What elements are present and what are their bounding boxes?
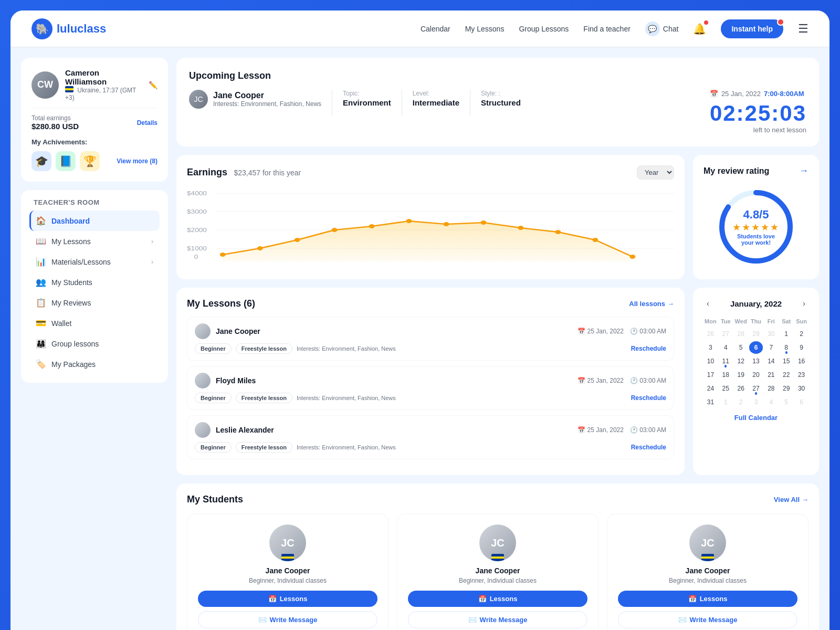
cal-day-dot[interactable]: 8 <box>779 341 793 354</box>
student-card-type: Beginner, Individual classes <box>408 577 587 584</box>
year-selector[interactable]: Year 2022 2021 <box>637 165 674 180</box>
cal-day[interactable]: 30 <box>764 328 778 340</box>
cal-day[interactable]: 2 <box>794 328 808 340</box>
cal-day[interactable]: 29 <box>779 382 793 395</box>
svg-point-9 <box>220 253 226 257</box>
profile-name: Cameron Williamson <box>65 68 142 86</box>
sidebar-item-wallet[interactable]: 💳 Wallet <box>29 313 160 333</box>
cal-day[interactable]: 31 <box>704 396 718 408</box>
hamburger-menu[interactable]: ☰ <box>798 22 808 36</box>
sidebar-item-dashboard[interactable]: 🏠 Dashboard <box>29 211 160 231</box>
cal-day[interactable]: 13 <box>749 355 763 368</box>
lesson-row: Jane Cooper 📅 25 Jan, 2022 🕐 03:00 AM Be… <box>187 317 674 361</box>
cal-day[interactable]: 4 <box>764 396 778 408</box>
cal-day[interactable]: 28 <box>734 328 748 340</box>
edit-profile-icon[interactable]: ✏️ <box>149 81 158 89</box>
cal-day[interactable]: 10 <box>704 355 718 368</box>
all-lessons-link[interactable]: All lessons → <box>629 300 674 308</box>
cal-day[interactable]: 9 <box>794 341 808 354</box>
cal-day[interactable]: 14 <box>764 355 778 368</box>
cal-day[interactable]: 1 <box>779 328 793 340</box>
cal-day[interactable]: 7 <box>764 341 778 354</box>
notification-bell[interactable]: 🔔 <box>693 23 706 35</box>
lesson-row: Leslie Alexander 📅 25 Jan, 2022 🕐 03:00 … <box>187 415 674 459</box>
cal-day-dot[interactable]: 27 <box>749 382 763 395</box>
sidebar-item-my-packages[interactable]: 🏷️ My Packages <box>29 354 160 374</box>
type-tag: Freestyle lesson <box>236 393 292 403</box>
cal-day[interactable]: 27 <box>719 328 733 340</box>
nav-my-lessons[interactable]: My Lessons <box>465 25 505 33</box>
cal-day[interactable]: 12 <box>734 355 748 368</box>
chat-icon: 💬 <box>645 22 660 36</box>
sidebar-item-materials[interactable]: 📊 Materials/Lessons › <box>29 251 160 272</box>
reschedule-button[interactable]: Reschedule <box>631 345 666 352</box>
student-card-type: Beginner, Individual classes <box>198 577 377 584</box>
notification-badge <box>704 20 708 25</box>
cal-day[interactable]: 29 <box>749 328 763 340</box>
nav-group-lessons[interactable]: Group Lessons <box>519 25 569 33</box>
cal-day[interactable]: 22 <box>779 369 793 381</box>
cal-day[interactable]: 15 <box>779 355 793 368</box>
cal-day[interactable]: 18 <box>719 369 733 381</box>
student-avatar-large: JC <box>479 524 516 561</box>
cal-day[interactable]: 3 <box>704 341 718 354</box>
sidebar-item-my-students[interactable]: 👥 My Students <box>29 272 160 292</box>
cal-day[interactable]: 3 <box>749 396 763 408</box>
cal-day[interactable]: 6 <box>794 396 808 408</box>
cal-day[interactable]: 4 <box>719 341 733 354</box>
student-message-button[interactable]: ✉️ Write Message <box>618 611 797 628</box>
sidebar-item-group-lessons[interactable]: 👨‍👩‍👧 Group lessons <box>29 333 160 354</box>
cal-day-dot[interactable]: 11 <box>719 355 733 368</box>
cal-day[interactable]: 2 <box>734 396 748 408</box>
cal-day[interactable]: 5 <box>779 396 793 408</box>
view-more-achievements[interactable]: View more (8) <box>117 158 158 165</box>
nav-calendar[interactable]: Calendar <box>421 25 450 33</box>
cal-day[interactable]: 20 <box>749 369 763 381</box>
cal-day[interactable]: 26 <box>704 328 718 340</box>
cal-day[interactable]: 23 <box>794 369 808 381</box>
student-card: JC Jane Cooper Beginner, Individual clas… <box>187 513 388 630</box>
cal-day-header: Wed <box>734 316 748 327</box>
student-lessons-button[interactable]: 📅 Lessons <box>408 591 587 607</box>
earnings-chart: $4000 $3000 $2000 $1000 0 <box>187 188 674 261</box>
cal-day-active[interactable]: 6 <box>749 341 763 354</box>
cal-day[interactable]: 24 <box>704 382 718 395</box>
student-message-button[interactable]: ✉️ Write Message <box>408 611 587 628</box>
interests-text: Interests: Environment, Fashion, News <box>297 395 396 401</box>
view-all-students-link[interactable]: View All → <box>774 496 808 503</box>
cal-day[interactable]: 26 <box>734 382 748 395</box>
cal-day[interactable]: 25 <box>719 382 733 395</box>
cal-day-header: Sat <box>779 316 793 327</box>
full-calendar-link[interactable]: Full Calendar <box>704 414 808 422</box>
cal-day[interactable]: 28 <box>764 382 778 395</box>
sidebar-item-my-lessons[interactable]: 📖 My Lessons › <box>29 231 160 251</box>
student-message-button[interactable]: ✉️ Write Message <box>198 611 377 628</box>
logo[interactable]: 🐘 luluclass <box>32 18 106 39</box>
profile-card: CW Cameron Williamson Ukraine, 17:37 (GM… <box>21 58 168 182</box>
sidebar-item-my-reviews-label: My Reviews <box>51 299 91 307</box>
cal-day[interactable]: 17 <box>704 369 718 381</box>
details-link[interactable]: Details <box>137 119 158 127</box>
svg-point-10 <box>257 246 263 250</box>
reschedule-button[interactable]: Reschedule <box>631 444 666 451</box>
student-lessons-button[interactable]: 📅 Lessons <box>618 591 797 607</box>
rating-circle: 4.8/5 ★★★★★ Students love your work! <box>704 185 808 269</box>
nav-chat[interactable]: 💬 Chat <box>645 22 679 36</box>
instant-help-button[interactable]: Instant help <box>721 19 783 38</box>
calendar-prev-button[interactable]: ‹ <box>704 298 712 309</box>
sidebar-item-my-reviews[interactable]: 📋 My Reviews <box>29 292 160 313</box>
cal-day[interactable]: 21 <box>764 369 778 381</box>
svg-point-19 <box>592 238 598 242</box>
cal-day[interactable]: 16 <box>794 355 808 368</box>
lesson-interests: Interests: Environment, Fashion, News <box>213 100 321 108</box>
review-arrow-icon[interactable]: → <box>799 165 808 176</box>
calendar-next-button[interactable]: › <box>800 298 808 309</box>
cal-day[interactable]: 19 <box>734 369 748 381</box>
cal-day[interactable]: 1 <box>719 396 733 408</box>
cal-day[interactable]: 5 <box>734 341 748 354</box>
cal-day[interactable]: 30 <box>794 382 808 395</box>
countdown-timer: 02:25:03 <box>710 101 806 126</box>
student-lessons-button[interactable]: 📅 Lessons <box>198 591 377 607</box>
reschedule-button[interactable]: Reschedule <box>631 394 666 402</box>
nav-find-teacher[interactable]: Find a teacher <box>583 25 631 33</box>
